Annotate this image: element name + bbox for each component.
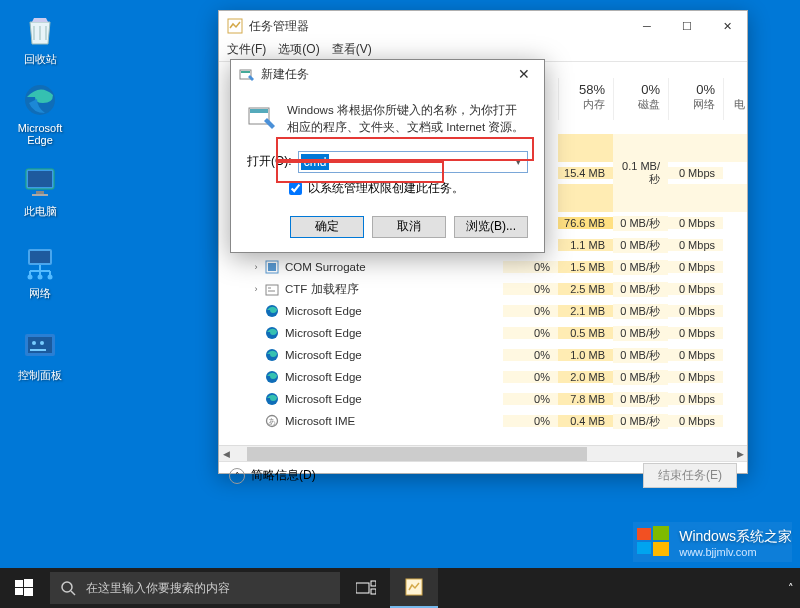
watermark: Windows系统之家 www.bjjmlv.com [633,522,792,562]
process-row[interactable]: あMicrosoft IME0%0.4 MB0 MB/秒0 Mbps [227,410,747,432]
menubar: 文件(F) 选项(O) 查看(V) [219,41,747,61]
system-tray[interactable]: ˄ [782,582,800,595]
process-row[interactable]: Microsoft Edge0%0.5 MB0 MB/秒0 Mbps [227,322,747,344]
run-large-icon [247,102,277,132]
control-panel-icon [20,326,60,366]
process-name: CTF 加载程序 [285,282,503,297]
svg-rect-2 [28,171,52,187]
cpu-cell: 0% [503,283,558,295]
fewer-details-label: 简略信息(D) [251,467,316,484]
memory-cell: 1.5 MB [558,261,613,273]
network-cell: 0 Mbps [668,349,723,361]
desktop-icon-label: 网络 [10,286,70,301]
process-icon: あ [263,413,281,429]
chevron-up-icon: ˄ [229,468,245,484]
disk-cell: 0 MB/秒 [613,414,668,429]
disk-cell: 0 MB/秒 [613,326,668,341]
minimize-button[interactable]: ─ [627,11,667,41]
process-row[interactable]: Microsoft Edge0%1.0 MB0 MB/秒0 Mbps [227,344,747,366]
cpu-cell: 0% [503,327,558,339]
menu-options[interactable]: 选项(O) [278,41,319,61]
memory-cell: 0.4 MB [558,415,613,427]
process-icon [263,369,281,385]
memory-cell: 7.8 MB [558,393,613,405]
admin-checkbox[interactable] [289,182,302,195]
desktop-icon-edge[interactable]: Microsoft Edge [10,80,70,146]
process-name: Microsoft Edge [285,349,503,361]
menu-view[interactable]: 查看(V) [332,41,372,61]
desktop-icon-label: 回收站 [10,52,70,67]
process-name: Microsoft IME [285,415,503,427]
desktop-icon-this-pc[interactable]: 此电脑 [10,162,70,219]
network-cell: 0 Mbps [668,167,723,179]
process-name: Microsoft Edge [285,393,503,405]
process-name: Microsoft Edge [285,371,503,383]
svg-point-38 [62,582,72,592]
network-icon [20,244,60,284]
fewer-details-button[interactable]: ˄ 简略信息(D) [229,467,316,484]
open-combobox[interactable]: cmd ▾ [298,151,528,173]
dialog-close-button[interactable]: ✕ [512,66,536,82]
cpu-cell: 0% [503,305,558,317]
admin-checkbox-label: 以系统管理权限创建此任务。 [308,181,464,196]
taskview-button[interactable] [342,568,390,608]
dropdown-icon[interactable]: ▾ [509,157,527,167]
taskmgr-icon [227,18,243,34]
disk-cell: 0 MB/秒 [613,348,668,363]
disk-cell: 0 MB/秒 [613,238,668,253]
maximize-button[interactable]: ☐ [667,11,707,41]
process-row[interactable]: Microsoft Edge0%7.8 MB0 MB/秒0 Mbps [227,388,747,410]
titlebar[interactable]: 任务管理器 ─ ☐ ✕ [219,11,747,41]
process-row[interactable]: ›CTF 加载程序0%2.5 MB0 MB/秒0 Mbps [227,278,747,300]
process-icon [263,325,281,341]
network-cell: 0 Mbps [668,393,723,405]
network-cell: 0 Mbps [668,371,723,383]
svg-rect-18 [266,285,278,295]
close-button[interactable]: ✕ [707,11,747,41]
horizontal-scrollbar[interactable]: ◀▶ [219,445,747,461]
cpu-cell: 0% [503,393,558,405]
column-extra[interactable]: 电 [723,78,747,120]
taskbar-taskmgr[interactable] [390,568,438,608]
taskbar-search[interactable]: 在这里输入你要搜索的内容 [50,572,340,604]
browse-button[interactable]: 浏览(B)... [454,216,528,238]
process-name: Microsoft Edge [285,305,503,317]
open-value: cmd [301,154,330,170]
memory-cell: 1.1 MB [558,239,613,251]
process-icon [263,281,281,297]
run-icon [239,66,255,82]
desktop-icon-network[interactable]: 网络 [10,244,70,301]
cpu-cell: 0% [503,415,558,427]
network-cell: 0 Mbps [668,305,723,317]
disk-cell: 0.1 MB/秒 [613,160,668,187]
svg-rect-4 [32,194,48,196]
desktop-icon-label: 控制面板 [10,368,70,383]
column-disk[interactable]: 0% 磁盘 [613,78,668,120]
desktop-icon-label: Microsoft Edge [10,122,70,146]
process-row[interactable]: ›COM Surrogate0%1.5 MB0 MB/秒0 Mbps [227,256,747,278]
network-cell: 0 Mbps [668,283,723,295]
desktop-icon-recycle-bin[interactable]: 回收站 [10,10,70,67]
taskbar: 在这里输入你要搜索的内容 ˄ [0,568,800,608]
start-button[interactable] [0,568,48,608]
svg-point-12 [32,341,36,345]
column-memory[interactable]: 58% 内存 [558,78,613,120]
end-task-button[interactable]: 结束任务(E) [643,463,737,488]
dialog-titlebar[interactable]: 新建任务 ✕ [231,60,544,88]
open-label: 打开(O): [247,153,292,170]
process-row[interactable]: Microsoft Edge0%2.1 MB0 MB/秒0 Mbps [227,300,747,322]
column-network[interactable]: 0% 网络 [668,78,723,120]
dialog-title: 新建任务 [261,66,309,83]
svg-rect-39 [356,583,369,593]
windows-logo-icon [633,522,673,562]
tray-chevron-icon[interactable]: ˄ [788,582,794,595]
ok-button[interactable]: 确定 [290,216,364,238]
desktop-icon-control-panel[interactable]: 控制面板 [10,326,70,383]
desktop-icon-label: 此电脑 [10,204,70,219]
process-icon [263,303,281,319]
process-row[interactable]: Microsoft Edge0%2.0 MB0 MB/秒0 Mbps [227,366,747,388]
process-icon [263,259,281,275]
svg-rect-3 [36,191,44,194]
cancel-button[interactable]: 取消 [372,216,446,238]
menu-file[interactable]: 文件(F) [227,41,266,61]
